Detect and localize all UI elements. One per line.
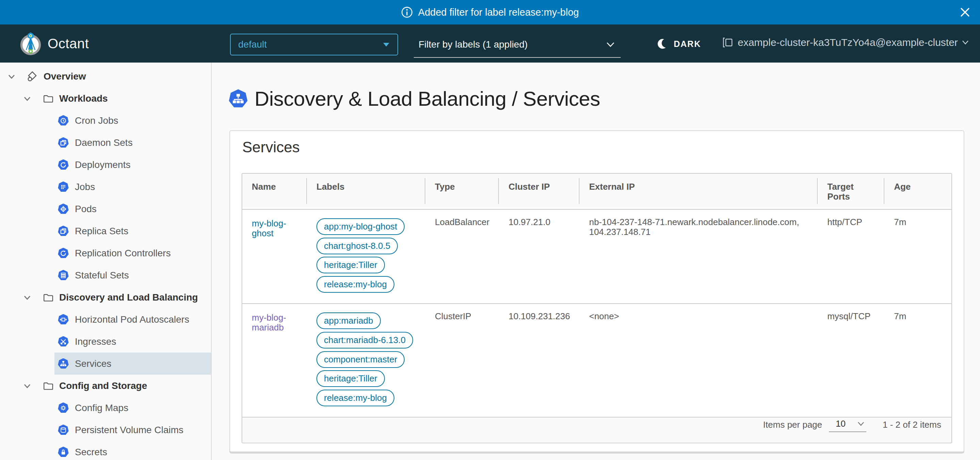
pvc-icon bbox=[58, 425, 69, 436]
app-name: Octant bbox=[48, 36, 89, 51]
statefulset-icon bbox=[58, 270, 69, 281]
services-card: Services Name Labels Type Cluster IP Ext… bbox=[229, 130, 964, 452]
sidebar-item-label: Discovery and Load Balancing bbox=[59, 292, 198, 303]
service-link[interactable]: my-blog-ghost bbox=[252, 219, 298, 238]
sidebar-item-config-and-storage[interactable]: Config and Storage bbox=[0, 375, 211, 397]
deployment-icon bbox=[58, 159, 69, 170]
label-filter-value: Filter by labels (1 applied) bbox=[418, 39, 528, 50]
sidebar-item-deployments[interactable]: Deployments bbox=[54, 154, 211, 176]
sidebar-item-label: Secrets bbox=[75, 447, 107, 458]
column-header-labels: Labels bbox=[307, 174, 425, 210]
sidebar-item-label: Config Maps bbox=[75, 403, 128, 413]
moon-icon bbox=[657, 38, 668, 50]
sidebar-item-label: Stateful Sets bbox=[75, 270, 129, 281]
chevron-down-icon[interactable] bbox=[8, 72, 16, 81]
label-pill[interactable]: heritage:Tiller bbox=[317, 370, 385, 387]
service-icon bbox=[58, 358, 69, 369]
info-alert-banner: Added filter for label release:my-blog bbox=[0, 0, 980, 24]
label-pill[interactable]: release:my-blog bbox=[317, 276, 395, 293]
sidebar-item-label: Jobs bbox=[75, 182, 95, 192]
label-pill[interactable]: app:mariadb bbox=[317, 312, 381, 329]
cell-target-ports: mysql/TCP bbox=[818, 303, 885, 417]
sidebar-item-pods[interactable]: Pods bbox=[54, 198, 211, 220]
close-icon[interactable] bbox=[959, 6, 971, 18]
sidebar-item-label: Cron Jobs bbox=[75, 115, 118, 126]
pod-icon bbox=[58, 204, 69, 214]
sidebar-item-label: Services bbox=[75, 358, 111, 369]
chevron-down-icon[interactable] bbox=[23, 95, 31, 103]
octant-logo bbox=[18, 30, 43, 56]
cluster-context-selector[interactable]: example-cluster-ka3TuTzYo4a@example-clus… bbox=[722, 37, 969, 48]
sidebar-item-config-maps[interactable]: Config Maps bbox=[54, 397, 211, 419]
chevron-down-icon[interactable] bbox=[23, 293, 31, 301]
column-header-cluster-ip: Cluster IP bbox=[499, 174, 579, 210]
sidebar-item-label: Replica Sets bbox=[75, 226, 128, 236]
daemonset-icon bbox=[58, 137, 69, 148]
cell-age: 7m bbox=[885, 210, 951, 303]
table-row: my-blog-ghost app:my-blog-ghost chart:gh… bbox=[242, 210, 951, 303]
column-header-age: Age bbox=[885, 174, 951, 210]
sidebar-item-stateful-sets[interactable]: Stateful Sets bbox=[54, 264, 211, 286]
column-header-name: Name bbox=[242, 174, 307, 210]
cluster-icon bbox=[722, 37, 733, 48]
main-content: Discovery & Load Balancing / Services Se… bbox=[212, 63, 980, 460]
column-header-target-ports: Target Ports bbox=[818, 174, 885, 210]
octant-app: Added filter for label release:my-blog O… bbox=[0, 0, 980, 460]
sidebar-item-jobs[interactable]: Jobs bbox=[54, 176, 211, 198]
replicationcontroller-icon bbox=[58, 248, 69, 259]
cell-cluster-ip: 10.97.21.0 bbox=[499, 210, 579, 303]
sidebar-item-services[interactable]: Services bbox=[54, 352, 211, 375]
label-pill[interactable]: heritage:Tiller bbox=[317, 257, 385, 273]
sidebar-item-secrets[interactable]: Secrets bbox=[54, 441, 211, 460]
sidebar-item-label: Daemon Sets bbox=[75, 137, 133, 148]
sidebar-item-ingresses[interactable]: Ingresses bbox=[54, 330, 211, 352]
dark-mode-label: DARK bbox=[674, 39, 701, 49]
column-header-type: Type bbox=[425, 174, 499, 210]
sidebar-item-persistent-volume-claims[interactable]: Persistent Volume Claims bbox=[54, 419, 211, 441]
services-table: Name Labels Type Cluster IP External IP … bbox=[242, 173, 952, 443]
cluster-context-value: example-cluster-ka3TuTzYo4a@example-clus… bbox=[738, 37, 958, 48]
sidebar-item-discovery-and-load-balancing[interactable]: Discovery and Load Balancing bbox=[0, 286, 211, 308]
app-header: Octant default Filter by labels (1 appli… bbox=[0, 24, 980, 63]
items-per-page-select[interactable]: 10 bbox=[829, 417, 866, 432]
hpa-icon bbox=[58, 314, 69, 325]
card-title: Services bbox=[242, 138, 952, 157]
dark-mode-toggle[interactable]: DARK bbox=[657, 38, 701, 50]
sidebar-item-horizontal-pod-autoscalers[interactable]: Horizontal Pod Autoscalers bbox=[54, 308, 211, 330]
namespace-select[interactable]: default bbox=[230, 34, 398, 56]
configmap-icon bbox=[58, 403, 69, 413]
service-link[interactable]: my-blog-mariadb bbox=[252, 313, 298, 333]
items-per-page-value: 10 bbox=[836, 419, 846, 429]
cell-external-ip: nb-104-237-148-71.newark.nodebalancer.li… bbox=[579, 210, 818, 303]
cell-type: ClusterIP bbox=[425, 303, 499, 417]
job-icon bbox=[58, 182, 69, 192]
sidebar-item-cron-jobs[interactable]: Cron Jobs bbox=[54, 109, 211, 132]
secret-icon bbox=[58, 447, 69, 458]
sidebar-item-replica-sets[interactable]: Replica Sets bbox=[54, 220, 211, 242]
chevron-down-icon[interactable] bbox=[23, 382, 31, 390]
sidebar-item-workloads[interactable]: Workloads bbox=[0, 87, 211, 109]
overview-icon bbox=[26, 70, 38, 82]
folder-icon bbox=[43, 292, 54, 303]
label-filter-select[interactable]: Filter by labels (1 applied) bbox=[414, 36, 620, 58]
sidebar-item-label: Pods bbox=[75, 204, 97, 214]
chevron-down-icon bbox=[962, 40, 969, 45]
sidebar-item-label: Horizontal Pod Autoscalers bbox=[75, 314, 189, 325]
label-pill[interactable]: component:master bbox=[317, 351, 404, 368]
folder-icon bbox=[43, 93, 54, 104]
info-icon bbox=[401, 6, 413, 18]
sidebar-item-overview[interactable]: Overview bbox=[0, 65, 211, 87]
sidebar-item-replication-controllers[interactable]: Replication Controllers bbox=[54, 242, 211, 264]
label-pill[interactable]: release:my-blog bbox=[317, 390, 395, 406]
sidebar-item-label: Overview bbox=[43, 71, 86, 82]
label-pill[interactable]: app:my-blog-ghost bbox=[317, 218, 404, 235]
sidebar-item-daemon-sets[interactable]: Daemon Sets bbox=[54, 132, 211, 154]
sidebar-item-label: Persistent Volume Claims bbox=[75, 425, 183, 436]
chevron-down-icon bbox=[858, 422, 864, 426]
ingress-icon bbox=[58, 336, 69, 347]
cell-external-ip: <none> bbox=[579, 303, 818, 417]
sidebar-item-label: Workloads bbox=[59, 93, 108, 104]
label-pill[interactable]: chart:mariadb-6.13.0 bbox=[317, 332, 413, 349]
column-header-external-ip: External IP bbox=[579, 174, 818, 210]
label-pill[interactable]: chart:ghost-8.0.5 bbox=[317, 238, 398, 254]
